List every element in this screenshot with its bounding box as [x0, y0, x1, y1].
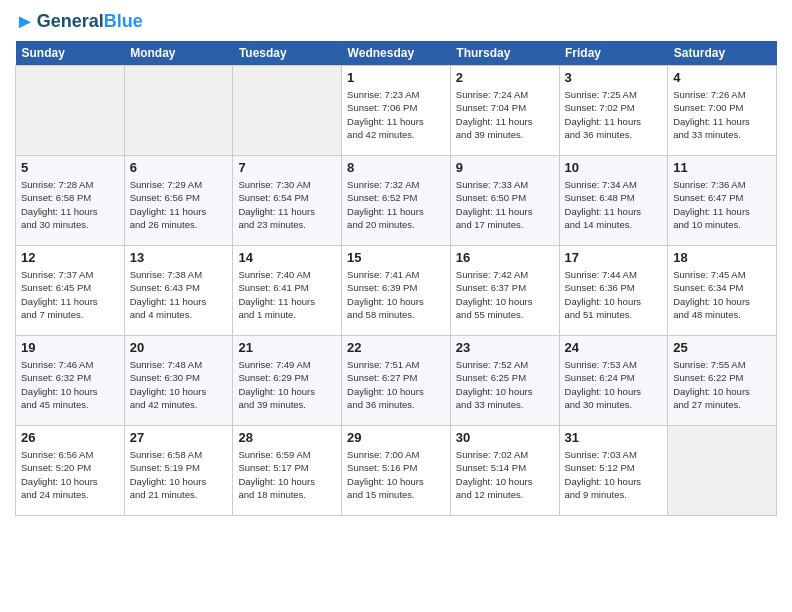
page-container: ► GeneralBlue SundayMondayTuesdayWednesd…: [0, 0, 792, 526]
day-info: Sunrise: 7:30 AM Sunset: 6:54 PM Dayligh…: [238, 178, 336, 231]
day-info: Sunrise: 7:37 AM Sunset: 6:45 PM Dayligh…: [21, 268, 119, 321]
day-info: Sunrise: 7:52 AM Sunset: 6:25 PM Dayligh…: [456, 358, 554, 411]
day-info: Sunrise: 7:42 AM Sunset: 6:37 PM Dayligh…: [456, 268, 554, 321]
page-header: ► GeneralBlue: [15, 10, 777, 33]
calendar-cell: 29Sunrise: 7:00 AM Sunset: 5:16 PM Dayli…: [342, 426, 451, 516]
week-row-3: 12Sunrise: 7:37 AM Sunset: 6:45 PM Dayli…: [16, 246, 777, 336]
week-row-5: 26Sunrise: 6:56 AM Sunset: 5:20 PM Dayli…: [16, 426, 777, 516]
calendar-cell: 9Sunrise: 7:33 AM Sunset: 6:50 PM Daylig…: [450, 156, 559, 246]
calendar-cell: 4Sunrise: 7:26 AM Sunset: 7:00 PM Daylig…: [668, 66, 777, 156]
calendar-cell: 7Sunrise: 7:30 AM Sunset: 6:54 PM Daylig…: [233, 156, 342, 246]
calendar-cell: 2Sunrise: 7:24 AM Sunset: 7:04 PM Daylig…: [450, 66, 559, 156]
calendar-cell: [16, 66, 125, 156]
day-number: 15: [347, 250, 445, 265]
day-number: 26: [21, 430, 119, 445]
day-number: 17: [565, 250, 663, 265]
day-info: Sunrise: 7:29 AM Sunset: 6:56 PM Dayligh…: [130, 178, 228, 231]
day-number: 30: [456, 430, 554, 445]
day-number: 29: [347, 430, 445, 445]
day-number: 10: [565, 160, 663, 175]
calendar-cell: 18Sunrise: 7:45 AM Sunset: 6:34 PM Dayli…: [668, 246, 777, 336]
day-info: Sunrise: 7:51 AM Sunset: 6:27 PM Dayligh…: [347, 358, 445, 411]
day-number: 27: [130, 430, 228, 445]
day-number: 19: [21, 340, 119, 355]
day-number: 21: [238, 340, 336, 355]
day-info: Sunrise: 7:45 AM Sunset: 6:34 PM Dayligh…: [673, 268, 771, 321]
calendar-cell: 30Sunrise: 7:02 AM Sunset: 5:14 PM Dayli…: [450, 426, 559, 516]
day-number: 25: [673, 340, 771, 355]
day-info: Sunrise: 7:32 AM Sunset: 6:52 PM Dayligh…: [347, 178, 445, 231]
calendar-cell: 6Sunrise: 7:29 AM Sunset: 6:56 PM Daylig…: [124, 156, 233, 246]
day-number: 8: [347, 160, 445, 175]
day-info: Sunrise: 7:02 AM Sunset: 5:14 PM Dayligh…: [456, 448, 554, 501]
weekday-header-tuesday: Tuesday: [233, 41, 342, 66]
calendar-cell: [233, 66, 342, 156]
day-number: 3: [565, 70, 663, 85]
calendar-table: SundayMondayTuesdayWednesdayThursdayFrid…: [15, 41, 777, 516]
day-info: Sunrise: 7:40 AM Sunset: 6:41 PM Dayligh…: [238, 268, 336, 321]
calendar-cell: 3Sunrise: 7:25 AM Sunset: 7:02 PM Daylig…: [559, 66, 668, 156]
day-info: Sunrise: 7:00 AM Sunset: 5:16 PM Dayligh…: [347, 448, 445, 501]
calendar-cell: 23Sunrise: 7:52 AM Sunset: 6:25 PM Dayli…: [450, 336, 559, 426]
day-number: 7: [238, 160, 336, 175]
calendar-cell: 22Sunrise: 7:51 AM Sunset: 6:27 PM Dayli…: [342, 336, 451, 426]
calendar-cell: 17Sunrise: 7:44 AM Sunset: 6:36 PM Dayli…: [559, 246, 668, 336]
day-info: Sunrise: 7:23 AM Sunset: 7:06 PM Dayligh…: [347, 88, 445, 141]
calendar-cell: 8Sunrise: 7:32 AM Sunset: 6:52 PM Daylig…: [342, 156, 451, 246]
day-number: 18: [673, 250, 771, 265]
weekday-header-friday: Friday: [559, 41, 668, 66]
day-info: Sunrise: 7:33 AM Sunset: 6:50 PM Dayligh…: [456, 178, 554, 231]
day-number: 12: [21, 250, 119, 265]
calendar-cell: 28Sunrise: 6:59 AM Sunset: 5:17 PM Dayli…: [233, 426, 342, 516]
day-number: 2: [456, 70, 554, 85]
day-number: 16: [456, 250, 554, 265]
day-info: Sunrise: 7:26 AM Sunset: 7:00 PM Dayligh…: [673, 88, 771, 141]
weekday-header-thursday: Thursday: [450, 41, 559, 66]
day-info: Sunrise: 7:36 AM Sunset: 6:47 PM Dayligh…: [673, 178, 771, 231]
day-info: Sunrise: 6:59 AM Sunset: 5:17 PM Dayligh…: [238, 448, 336, 501]
day-number: 4: [673, 70, 771, 85]
calendar-cell: 14Sunrise: 7:40 AM Sunset: 6:41 PM Dayli…: [233, 246, 342, 336]
day-number: 24: [565, 340, 663, 355]
week-row-2: 5Sunrise: 7:28 AM Sunset: 6:58 PM Daylig…: [16, 156, 777, 246]
day-number: 13: [130, 250, 228, 265]
calendar-cell: 25Sunrise: 7:55 AM Sunset: 6:22 PM Dayli…: [668, 336, 777, 426]
day-number: 14: [238, 250, 336, 265]
calendar-cell: 5Sunrise: 7:28 AM Sunset: 6:58 PM Daylig…: [16, 156, 125, 246]
logo-text: GeneralBlue: [37, 11, 143, 32]
calendar-cell: 27Sunrise: 6:58 AM Sunset: 5:19 PM Dayli…: [124, 426, 233, 516]
calendar-cell: 20Sunrise: 7:48 AM Sunset: 6:30 PM Dayli…: [124, 336, 233, 426]
day-number: 23: [456, 340, 554, 355]
day-number: 9: [456, 160, 554, 175]
week-row-1: 1Sunrise: 7:23 AM Sunset: 7:06 PM Daylig…: [16, 66, 777, 156]
day-number: 20: [130, 340, 228, 355]
day-info: Sunrise: 7:53 AM Sunset: 6:24 PM Dayligh…: [565, 358, 663, 411]
day-info: Sunrise: 7:41 AM Sunset: 6:39 PM Dayligh…: [347, 268, 445, 321]
weekday-header-sunday: Sunday: [16, 41, 125, 66]
calendar-cell: 13Sunrise: 7:38 AM Sunset: 6:43 PM Dayli…: [124, 246, 233, 336]
weekday-header-saturday: Saturday: [668, 41, 777, 66]
day-info: Sunrise: 7:46 AM Sunset: 6:32 PM Dayligh…: [21, 358, 119, 411]
calendar-cell: 10Sunrise: 7:34 AM Sunset: 6:48 PM Dayli…: [559, 156, 668, 246]
day-number: 6: [130, 160, 228, 175]
day-info: Sunrise: 7:44 AM Sunset: 6:36 PM Dayligh…: [565, 268, 663, 321]
day-info: Sunrise: 7:34 AM Sunset: 6:48 PM Dayligh…: [565, 178, 663, 231]
weekday-header-wednesday: Wednesday: [342, 41, 451, 66]
day-number: 5: [21, 160, 119, 175]
day-info: Sunrise: 6:58 AM Sunset: 5:19 PM Dayligh…: [130, 448, 228, 501]
day-info: Sunrise: 7:49 AM Sunset: 6:29 PM Dayligh…: [238, 358, 336, 411]
calendar-header: SundayMondayTuesdayWednesdayThursdayFrid…: [16, 41, 777, 66]
calendar-cell: [124, 66, 233, 156]
day-info: Sunrise: 7:28 AM Sunset: 6:58 PM Dayligh…: [21, 178, 119, 231]
day-number: 22: [347, 340, 445, 355]
header-row: SundayMondayTuesdayWednesdayThursdayFrid…: [16, 41, 777, 66]
day-number: 11: [673, 160, 771, 175]
calendar-cell: 31Sunrise: 7:03 AM Sunset: 5:12 PM Dayli…: [559, 426, 668, 516]
day-info: Sunrise: 7:38 AM Sunset: 6:43 PM Dayligh…: [130, 268, 228, 321]
calendar-cell: 11Sunrise: 7:36 AM Sunset: 6:47 PM Dayli…: [668, 156, 777, 246]
calendar-cell: [668, 426, 777, 516]
day-info: Sunrise: 6:56 AM Sunset: 5:20 PM Dayligh…: [21, 448, 119, 501]
logo: ► GeneralBlue: [15, 10, 143, 33]
day-number: 1: [347, 70, 445, 85]
calendar-body: 1Sunrise: 7:23 AM Sunset: 7:06 PM Daylig…: [16, 66, 777, 516]
